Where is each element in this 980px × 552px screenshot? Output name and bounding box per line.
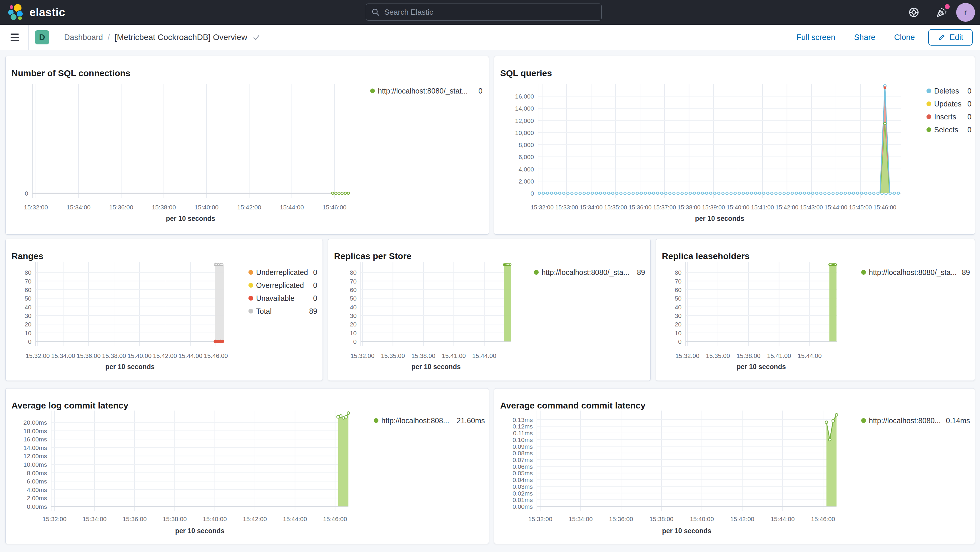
news-feed-button[interactable] [934,5,948,19]
menu-button[interactable] [8,32,21,43]
elastic-logo[interactable]: elastic [8,3,65,21]
search-input[interactable] [384,7,596,17]
user-avatar[interactable]: r [956,3,975,22]
svg-text:30: 30 [25,312,32,319]
legend-item[interactable]: Selects0 [926,123,972,136]
svg-text:0: 0 [353,338,357,345]
legend-label: http://localhost:8080/_stat... [378,87,468,95]
svg-text:per 10 seconds: per 10 seconds [695,215,744,222]
svg-text:15:42:00: 15:42:00 [730,515,754,522]
svg-text:10,000: 10,000 [515,129,534,136]
svg-text:15:35:00: 15:35:00 [381,352,405,359]
svg-text:80: 80 [25,269,32,276]
chart-canvas[interactable]: 0102030405060708015:32:0015:35:0015:38:0… [656,239,975,381]
legend-label: Underreplicated [256,268,308,277]
legend-item[interactable]: Inserts0 [926,110,972,123]
legend-label: Total [256,307,272,315]
series-color-dot [861,270,866,275]
series-color-dot [861,418,866,423]
svg-text:0.10ms: 0.10ms [512,436,533,443]
svg-text:15:38:00: 15:38:00 [649,515,674,522]
svg-text:15:36:00: 15:36:00 [109,204,133,210]
legend-item[interactable]: Total89 [248,305,317,318]
legend-item[interactable]: http://localhost:8080/_sta...89 [534,266,645,279]
dashboard-grid: Number of SQL connections 015:32:0015:34… [0,50,980,552]
svg-text:15:33:00: 15:33:00 [555,204,578,210]
svg-text:per 10 seconds: per 10 seconds [166,215,215,222]
chart-legend: http://localhost:808...21.60ms [374,414,485,427]
clone-button[interactable]: Clone [894,33,915,42]
legend-item[interactable]: Overreplicated0 [248,279,317,292]
legend-item[interactable]: Underreplicated0 [248,266,317,279]
svg-text:15:35:00: 15:35:00 [706,352,730,359]
panel-replicas-per-store: Replicas per Store 0102030405060708015:3… [328,239,651,381]
series-color-dot [374,418,379,423]
chart-canvas[interactable]: 0102030405060708015:32:0015:35:0015:38:0… [328,239,651,381]
help-icon [908,6,920,18]
logo-wordmark: elastic [29,6,65,19]
legend-item[interactable]: http://localhost:8080/_sta...89 [861,266,970,279]
legend-value: 0.14ms [942,417,970,425]
pencil-icon [938,33,946,41]
legend-value: 89 [305,307,317,315]
chart-canvas[interactable]: 0.00ms2.00ms4.00ms6.00ms8.00ms10.00ms12.… [6,388,489,544]
svg-text:16.00ms: 16.00ms [23,436,47,442]
edit-button[interactable]: Edit [928,29,973,46]
series-color-dot [926,102,931,106]
share-button[interactable]: Share [854,33,875,42]
svg-text:70: 70 [675,278,682,285]
svg-text:15:41:00: 15:41:00 [767,352,791,359]
svg-text:15:42:00: 15:42:00 [776,204,799,210]
legend-item[interactable]: http://localhost:8080/_stat...0 [370,84,482,97]
svg-text:15:46:00: 15:46:00 [323,204,347,210]
svg-text:15:44:00: 15:44:00 [798,352,822,359]
svg-text:6.00ms: 6.00ms [27,478,47,485]
chart-canvas[interactable]: 015:32:0015:34:0015:36:0015:38:0015:40:0… [6,56,489,235]
global-search[interactable] [366,3,601,21]
svg-text:15:44:00: 15:44:00 [280,204,304,210]
svg-text:40: 40 [25,304,32,310]
legend-item[interactable]: Deletes0 [926,84,972,97]
legend-item[interactable]: http://localhost:8080...0.14ms [861,414,970,427]
svg-text:15:40:00: 15:40:00 [195,204,219,210]
svg-text:4,000: 4,000 [519,166,534,173]
full-screen-button[interactable]: Full screen [797,33,835,42]
legend-value: 89 [958,268,970,277]
svg-text:15:44:00: 15:44:00 [178,352,203,359]
svg-text:60: 60 [350,286,357,293]
svg-text:0: 0 [25,190,28,197]
svg-text:15:36:00: 15:36:00 [628,204,652,210]
svg-text:4.00ms: 4.00ms [27,487,47,493]
svg-text:15:34:00: 15:34:00 [51,352,75,359]
chart-legend: http://localhost:8080/_sta...89 [861,266,970,279]
panel-average-log-commit-latency: Average log commit latency 0.00ms2.00ms4… [5,388,489,544]
breadcrumb-dashboard-link[interactable]: Dashboard [64,33,103,42]
svg-text:15:43:00: 15:43:00 [800,204,823,210]
svg-text:10: 10 [675,330,682,336]
legend-item[interactable]: http://localhost:808...21.60ms [374,414,485,427]
legend-item[interactable]: Unavailable0 [248,292,317,305]
svg-text:10: 10 [350,330,357,336]
svg-text:15:38:00: 15:38:00 [737,352,760,359]
legend-label: http://localhost:8080/_sta... [542,268,630,277]
legend-item[interactable]: Updates0 [926,97,972,110]
chart-legend: http://localhost:8080/_stat...0 [370,84,482,97]
svg-text:15:32:00: 15:32:00 [25,352,50,359]
legend-label: Selects [934,126,958,134]
legend-value: 0 [474,87,482,95]
panel-replica-leaseholders: Replica leaseholders 0102030405060708015… [656,239,975,381]
dashboard-app-icon[interactable]: D [35,30,49,45]
svg-text:15:38:00: 15:38:00 [411,352,436,359]
chart-canvas[interactable]: 0.00ms0.01ms0.02ms0.03ms0.04ms0.05ms0.06… [494,388,975,544]
legend-label: Inserts [934,113,956,121]
chart-canvas[interactable]: 02,0004,0006,0008,00010,00012,00014,0001… [494,56,975,235]
svg-text:30: 30 [675,312,682,319]
svg-text:15:38:00: 15:38:00 [162,515,187,522]
svg-text:15:32:00: 15:32:00 [350,352,375,359]
series-color-dot [248,296,253,301]
svg-text:15:42:00: 15:42:00 [243,515,267,522]
svg-text:15:44:00: 15:44:00 [824,204,847,210]
svg-text:per 10 seconds: per 10 seconds [175,527,224,535]
help-button[interactable] [907,5,921,19]
search-icon [371,8,380,16]
